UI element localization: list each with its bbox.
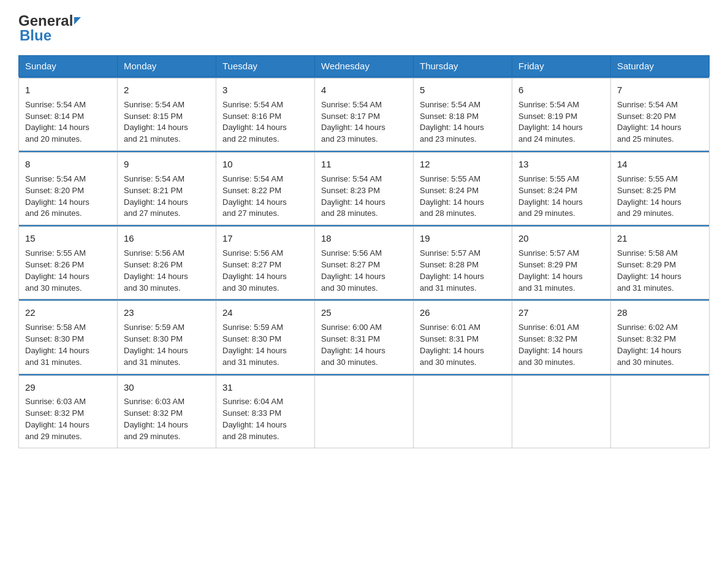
col-header-saturday: Saturday: [611, 56, 710, 77]
day-info: Sunrise: 5:54 AMSunset: 8:20 PMDaylight:…: [25, 174, 111, 220]
calendar-cell: 4Sunrise: 5:54 AMSunset: 8:17 PMDaylight…: [315, 79, 414, 151]
day-number: 10: [222, 158, 308, 171]
day-number: 27: [518, 306, 604, 320]
day-number: 8: [25, 158, 111, 171]
day-number: 5: [420, 83, 506, 97]
day-number: 25: [321, 306, 407, 320]
calendar-cell: 7Sunrise: 5:54 AMSunset: 8:20 PMDaylight…: [611, 79, 710, 151]
day-info: Sunrise: 5:58 AMSunset: 8:29 PMDaylight:…: [617, 248, 703, 294]
calendar-cell: 31Sunrise: 6:04 AMSunset: 8:33 PMDayligh…: [216, 375, 315, 448]
day-info: Sunrise: 5:56 AMSunset: 8:27 PMDaylight:…: [222, 248, 308, 294]
col-header-thursday: Thursday: [414, 56, 512, 77]
day-number: 28: [617, 306, 703, 320]
week-row-1: 1Sunrise: 5:54 AMSunset: 8:14 PMDaylight…: [19, 79, 710, 151]
calendar-cell: [512, 375, 611, 448]
week-row-4: 22Sunrise: 5:58 AMSunset: 8:30 PMDayligh…: [19, 301, 710, 373]
week-row-3: 15Sunrise: 5:55 AMSunset: 8:26 PMDayligh…: [19, 227, 710, 299]
day-number: 17: [222, 232, 308, 245]
calendar-cell: [611, 375, 710, 448]
calendar-cell: 28Sunrise: 6:02 AMSunset: 8:32 PMDayligh…: [611, 301, 710, 373]
calendar-cell: 23Sunrise: 5:59 AMSunset: 8:30 PMDayligh…: [118, 301, 216, 373]
day-info: Sunrise: 6:02 AMSunset: 8:32 PMDaylight:…: [617, 322, 703, 368]
day-info: Sunrise: 5:59 AMSunset: 8:30 PMDaylight:…: [124, 322, 210, 368]
week-row-2: 8Sunrise: 5:54 AMSunset: 8:20 PMDaylight…: [19, 153, 710, 225]
day-number: 24: [222, 306, 308, 320]
day-info: Sunrise: 5:55 AMSunset: 8:25 PMDaylight:…: [617, 174, 703, 220]
day-info: Sunrise: 5:54 AMSunset: 8:15 PMDaylight:…: [124, 99, 210, 145]
day-info: Sunrise: 5:54 AMSunset: 8:14 PMDaylight:…: [25, 99, 111, 145]
day-info: Sunrise: 5:57 AMSunset: 8:29 PMDaylight:…: [518, 248, 604, 294]
calendar-cell: 26Sunrise: 6:01 AMSunset: 8:31 PMDayligh…: [414, 301, 512, 373]
day-number: 7: [617, 83, 703, 97]
calendar-cell: 25Sunrise: 6:00 AMSunset: 8:31 PMDayligh…: [315, 301, 414, 373]
calendar-cell: 9Sunrise: 5:54 AMSunset: 8:21 PMDaylight…: [118, 153, 216, 225]
calendar-cell: 30Sunrise: 6:03 AMSunset: 8:32 PMDayligh…: [118, 375, 216, 448]
day-info: Sunrise: 5:54 AMSunset: 8:19 PMDaylight:…: [518, 99, 604, 145]
day-info: Sunrise: 5:54 AMSunset: 8:16 PMDaylight:…: [222, 99, 308, 145]
day-info: Sunrise: 5:54 AMSunset: 8:17 PMDaylight:…: [321, 99, 407, 145]
day-info: Sunrise: 5:55 AMSunset: 8:24 PMDaylight:…: [518, 174, 604, 220]
calendar-cell: 15Sunrise: 5:55 AMSunset: 8:26 PMDayligh…: [19, 227, 118, 299]
day-info: Sunrise: 5:56 AMSunset: 8:27 PMDaylight:…: [321, 248, 407, 294]
day-info: Sunrise: 5:54 AMSunset: 8:23 PMDaylight:…: [321, 174, 407, 220]
col-header-monday: Monday: [118, 56, 216, 77]
calendar-cell: 5Sunrise: 5:54 AMSunset: 8:18 PMDaylight…: [414, 79, 512, 151]
calendar-cell: [315, 375, 414, 448]
day-info: Sunrise: 5:55 AMSunset: 8:24 PMDaylight:…: [420, 174, 506, 220]
day-number: 22: [25, 306, 111, 320]
calendar-cell: 6Sunrise: 5:54 AMSunset: 8:19 PMDaylight…: [512, 79, 611, 151]
col-header-sunday: Sunday: [19, 56, 118, 77]
day-number: 18: [321, 232, 407, 245]
calendar-header-row: SundayMondayTuesdayWednesdayThursdayFrid…: [19, 56, 710, 77]
calendar-cell: 3Sunrise: 5:54 AMSunset: 8:16 PMDaylight…: [216, 79, 315, 151]
day-number: 1: [25, 83, 111, 97]
day-number: 12: [420, 158, 506, 171]
logo-blue-text: Blue: [18, 27, 51, 44]
day-number: 20: [518, 232, 604, 245]
calendar-cell: 1Sunrise: 5:54 AMSunset: 8:14 PMDaylight…: [19, 79, 118, 151]
day-info: Sunrise: 5:54 AMSunset: 8:20 PMDaylight:…: [617, 99, 703, 145]
day-info: Sunrise: 6:00 AMSunset: 8:31 PMDaylight:…: [321, 322, 407, 368]
day-number: 16: [124, 232, 210, 245]
calendar-cell: 8Sunrise: 5:54 AMSunset: 8:20 PMDaylight…: [19, 153, 118, 225]
day-info: Sunrise: 6:03 AMSunset: 8:32 PMDaylight:…: [124, 396, 210, 442]
day-info: Sunrise: 6:03 AMSunset: 8:32 PMDaylight:…: [25, 396, 111, 442]
calendar-cell: 16Sunrise: 5:56 AMSunset: 8:26 PMDayligh…: [118, 227, 216, 299]
calendar-cell: 27Sunrise: 6:01 AMSunset: 8:32 PMDayligh…: [512, 301, 611, 373]
day-number: 23: [124, 306, 210, 320]
calendar-cell: 12Sunrise: 5:55 AMSunset: 8:24 PMDayligh…: [414, 153, 512, 225]
day-info: Sunrise: 6:01 AMSunset: 8:31 PMDaylight:…: [420, 322, 506, 368]
calendar-cell: 13Sunrise: 5:55 AMSunset: 8:24 PMDayligh…: [512, 153, 611, 225]
calendar-table: SundayMondayTuesdayWednesdayThursdayFrid…: [18, 55, 710, 448]
day-info: Sunrise: 5:59 AMSunset: 8:30 PMDaylight:…: [222, 322, 308, 368]
calendar-cell: 21Sunrise: 5:58 AMSunset: 8:29 PMDayligh…: [611, 227, 710, 299]
col-header-friday: Friday: [512, 56, 611, 77]
calendar-cell: 11Sunrise: 5:54 AMSunset: 8:23 PMDayligh…: [315, 153, 414, 225]
day-number: 26: [420, 306, 506, 320]
col-header-tuesday: Tuesday: [216, 56, 315, 77]
logo: General Blue: [18, 12, 81, 44]
calendar-cell: 18Sunrise: 5:56 AMSunset: 8:27 PMDayligh…: [315, 227, 414, 299]
calendar-cell: 17Sunrise: 5:56 AMSunset: 8:27 PMDayligh…: [216, 227, 315, 299]
day-number: 4: [321, 83, 407, 97]
calendar-cell: 2Sunrise: 5:54 AMSunset: 8:15 PMDaylight…: [118, 79, 216, 151]
day-info: Sunrise: 5:57 AMSunset: 8:28 PMDaylight:…: [420, 248, 506, 294]
calendar-cell: 24Sunrise: 5:59 AMSunset: 8:30 PMDayligh…: [216, 301, 315, 373]
day-info: Sunrise: 5:55 AMSunset: 8:26 PMDaylight:…: [25, 248, 111, 294]
calendar-cell: 14Sunrise: 5:55 AMSunset: 8:25 PMDayligh…: [611, 153, 710, 225]
day-info: Sunrise: 5:54 AMSunset: 8:22 PMDaylight:…: [222, 174, 308, 220]
day-info: Sunrise: 5:54 AMSunset: 8:21 PMDaylight:…: [124, 174, 210, 220]
day-number: 29: [25, 381, 111, 394]
col-header-wednesday: Wednesday: [315, 56, 414, 77]
week-row-5: 29Sunrise: 6:03 AMSunset: 8:32 PMDayligh…: [19, 375, 710, 448]
page-header: General Blue: [18, 12, 710, 44]
day-number: 3: [222, 83, 308, 97]
day-number: 15: [25, 232, 111, 245]
day-info: Sunrise: 5:56 AMSunset: 8:26 PMDaylight:…: [124, 248, 210, 294]
day-number: 31: [222, 381, 308, 394]
day-info: Sunrise: 6:01 AMSunset: 8:32 PMDaylight:…: [518, 322, 604, 368]
calendar-cell: 29Sunrise: 6:03 AMSunset: 8:32 PMDayligh…: [19, 375, 118, 448]
day-number: 21: [617, 232, 703, 245]
day-number: 13: [518, 158, 604, 171]
day-number: 30: [124, 381, 210, 394]
